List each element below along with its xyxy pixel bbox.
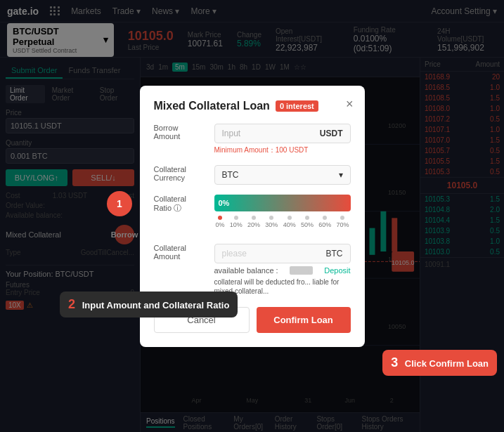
step-2-text: Input Amount and Collateral Ratio: [82, 300, 230, 310]
interest-badge: 0 interest: [276, 100, 318, 112]
step-3-bubble: 3 Click Confirm Loan: [382, 350, 497, 376]
modal-title: Mixed Collateral Loan 0 interest: [154, 100, 351, 112]
ratio-dots: 0% 10% 20% 30%: [214, 216, 351, 228]
min-amount-text: Minimum Amount：100 USDT: [214, 145, 351, 155]
ratio-pct-label: 0%: [219, 199, 230, 207]
collateral-ratio-bar[interactable]: 0%: [214, 195, 351, 211]
ratio-dot-70: 70%: [336, 216, 349, 228]
chevron-down-icon: ▾: [339, 170, 343, 180]
step-2-number: 2: [68, 297, 75, 311]
step-3-number: 3: [391, 355, 398, 369]
ratio-dot-10: 10%: [230, 216, 243, 228]
collateral-currency-field: Collateral Currency BTC ▾: [154, 165, 351, 185]
borrow-amount-field: Borrow Amount Input USDT Minimum Amount：…: [154, 124, 351, 155]
available-label: available balance :: [214, 266, 278, 275]
borrow-input-placeholder: Input: [222, 129, 241, 138]
step-2-bubble: 2 Input Amount and Collateral Ratio: [60, 292, 238, 318]
collateral-amount-input[interactable]: please BTC: [214, 244, 351, 263]
ratio-dot-40: 40%: [283, 216, 296, 228]
modal-close-button[interactable]: ×: [346, 97, 354, 112]
borrow-input-suffix: USDT: [320, 129, 343, 138]
collateral-currency-label: Collateral Currency: [154, 165, 203, 182]
collateral-currency-select[interactable]: BTC ▾: [214, 165, 351, 185]
borrow-amount-label: Borrow Amount: [154, 124, 203, 140]
collateral-ratio-label: Collateral Ratio ⓘ: [154, 195, 203, 214]
amount-suffix: BTC: [326, 249, 343, 258]
collateral-amount-label: Collateral Amount: [154, 244, 203, 261]
borrow-amount-input[interactable]: Input USDT: [214, 124, 351, 143]
ratio-dot-30: 30%: [265, 216, 278, 228]
amount-placeholder: please: [222, 249, 247, 258]
step-1-circle: 1: [107, 191, 132, 216]
available-row: available balance : ■■■■■ Deposit: [214, 266, 351, 275]
ratio-dot-60: 60%: [318, 216, 331, 228]
collateral-amount-field: Collateral Amount please BTC available b…: [154, 244, 351, 296]
collateral-ratio-field: Collateral Ratio ⓘ 0% 0% 10%: [154, 195, 351, 234]
step-3-text: Click Confirm Loan: [405, 358, 489, 369]
deposit-link[interactable]: Deposit: [324, 266, 350, 275]
confirm-loan-button[interactable]: Confirm Loan: [257, 307, 351, 333]
available-value: ■■■■■: [290, 266, 313, 275]
ratio-dot-50: 50%: [301, 216, 314, 228]
ratio-dot-20: 20%: [247, 216, 260, 228]
ratio-dot-0: 0%: [216, 216, 225, 228]
